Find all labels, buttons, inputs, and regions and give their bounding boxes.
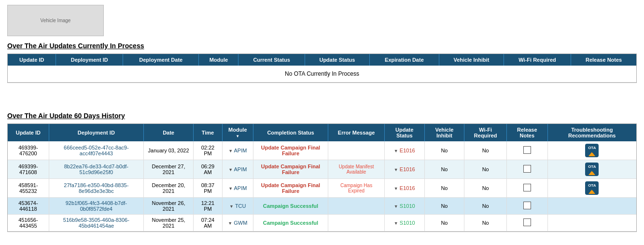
cell-release-notes[interactable] xyxy=(507,141,548,160)
table-row: 469399-476200 666ceed5-052e-47cc-8ac9-ac… xyxy=(8,141,636,160)
cell-wifi-required: No xyxy=(464,141,507,160)
col-current-status: Current Status xyxy=(238,54,305,66)
col-release-notes: Release Notes xyxy=(571,54,636,66)
hist-col-wifi-required: Wi-Fi Required xyxy=(464,124,507,141)
col-expiration-date: Expiration Date xyxy=(369,54,439,66)
cell-completion-status: Campaign Successful xyxy=(253,198,328,215)
hist-col-error-message: Error Message xyxy=(328,124,385,141)
cell-vehicle-inhibit: No xyxy=(424,215,464,231)
cell-date: January 03, 2022 xyxy=(143,141,193,160)
cell-error-message: Update Manifest Available xyxy=(328,160,385,179)
cell-date: November 26, 2021 xyxy=(143,198,193,215)
history-table-wrapper: Update ID Deployment ID Date Time Module… xyxy=(7,123,637,232)
cell-time: 12:21 PM xyxy=(194,198,223,215)
table-row: 451656-443455 516b9e58-3505-460a-8306-45… xyxy=(8,215,636,231)
cell-update-id: 469399-471608 xyxy=(8,160,49,179)
cell-release-notes[interactable] xyxy=(507,198,548,215)
cell-release-notes[interactable] xyxy=(507,179,548,198)
table-row: 453674-446118 92b1f065-4fc3-4408-b7df-0b… xyxy=(8,198,636,215)
cell-time: 08:37 PM xyxy=(194,179,223,198)
cell-wifi-required: No xyxy=(464,179,507,198)
section2-title: Over The Air Update 60 Days History xyxy=(7,112,637,120)
cell-update-status[interactable]: ▼ S1010 xyxy=(384,215,424,231)
cell-vehicle-inhibit: No xyxy=(424,141,464,160)
col-update-status: Update Status xyxy=(305,54,369,66)
history-table: Update ID Deployment ID Date Time Module… xyxy=(8,124,636,231)
hist-col-deployment-id: Deployment ID xyxy=(49,124,143,141)
cell-update-status[interactable]: ▼ S1010 xyxy=(384,198,424,215)
cell-module[interactable]: ▼ APIM xyxy=(222,179,253,198)
cell-module[interactable]: ▼ GWM xyxy=(222,215,253,231)
cell-update-id: 458591-455232 xyxy=(8,179,49,198)
cell-time: 07:24 AM xyxy=(194,215,223,231)
hist-col-module[interactable]: Module ▼ xyxy=(222,124,253,141)
hist-col-date: Date xyxy=(143,124,193,141)
cell-vehicle-inhibit: No xyxy=(424,179,464,198)
current-process-table-wrapper: Update ID Deployment ID Deployment Date … xyxy=(7,54,637,83)
cell-error-message xyxy=(328,215,385,231)
cell-wifi-required: No xyxy=(464,215,507,231)
col-module: Module xyxy=(199,54,238,66)
cell-module[interactable]: ▼ TCU xyxy=(222,198,253,215)
cell-deployment-id[interactable]: 516b9e58-3505-460a-8306-45bd461454ae xyxy=(49,215,143,231)
cell-deployment-id[interactable]: 92b1f065-4fc3-4408-b7df-0b0f8572fde4 xyxy=(49,198,143,215)
cell-module[interactable]: ▼ APIM xyxy=(222,141,253,160)
cell-update-id: 453674-446118 xyxy=(8,198,49,215)
cell-release-notes[interactable] xyxy=(507,160,548,179)
hist-col-time: Time xyxy=(194,124,223,141)
cell-update-status[interactable]: ▼ E1016 xyxy=(384,179,424,198)
checkbox-icon xyxy=(523,202,531,209)
cell-completion-status: Update Campaign Final Failure xyxy=(253,141,328,160)
hist-col-completion-status: Completion Status xyxy=(253,124,328,141)
col-deployment-date: Deployment Date xyxy=(123,54,199,66)
table-row: 469399-471608 8b22ea76-de33-4cd7-b0df-51… xyxy=(8,160,636,179)
cell-deployment-id[interactable]: 27fa7186-e350-40bd-8835-8e96d3e3e3bc xyxy=(49,179,143,198)
col-deployment-id: Deployment ID xyxy=(56,54,123,66)
ota-icon[interactable]: OTA ! xyxy=(585,181,599,195)
cell-module[interactable]: ▼ APIM xyxy=(222,160,253,179)
checkbox-icon xyxy=(523,146,531,154)
cell-vehicle-inhibit: No xyxy=(424,198,464,215)
col-update-id: Update ID xyxy=(8,54,56,66)
col-wifi-required: Wi-Fi Required xyxy=(504,54,571,66)
cell-time: 02:22 PM xyxy=(194,141,223,160)
module-sort-arrow: ▼ xyxy=(236,134,239,138)
hist-col-vehicle-inhibit: Vehicle Inhibit xyxy=(424,124,464,141)
col-vehicle-inhibit: Vehicle Inhibit xyxy=(439,54,504,66)
cell-error-message xyxy=(328,198,385,215)
cell-error-message: Campaign Has Expired xyxy=(328,179,385,198)
cell-completion-status: Update Campaign Final Failure xyxy=(253,160,328,179)
cell-time: 06:29 AM xyxy=(194,160,223,179)
cell-date: December 20, 2021 xyxy=(143,179,193,198)
cell-deployment-id[interactable]: 666ceed5-052e-47cc-8ac9-acc4f07e4443 xyxy=(49,141,143,160)
cell-update-status[interactable]: ▼ E1016 xyxy=(384,160,424,179)
checkbox-icon xyxy=(523,218,531,226)
hist-col-release-notes: Release Notes xyxy=(507,124,548,141)
cell-troubleshooting[interactable] xyxy=(547,198,636,215)
cell-date: November 25, 2021 xyxy=(143,215,193,231)
checkbox-icon xyxy=(523,184,531,191)
section1-title: Over The Air Updates Currently In Proces… xyxy=(7,42,637,50)
cell-update-id: 451656-443455 xyxy=(8,215,49,231)
cell-error-message xyxy=(328,141,385,160)
cell-troubleshooting[interactable]: OTA ! xyxy=(547,141,636,160)
cell-wifi-required: No xyxy=(464,160,507,179)
hist-col-update-status: Update Status xyxy=(384,124,424,141)
current-process-table: Update ID Deployment ID Deployment Date … xyxy=(8,54,636,82)
cell-troubleshooting[interactable]: OTA ! xyxy=(547,160,636,179)
hist-col-update-id: Update ID xyxy=(8,124,49,141)
hist-col-troubleshooting: Troubleshooting Recommendations xyxy=(547,124,636,141)
cell-deployment-id[interactable]: 8b22ea76-de33-4cd7-b0df-51c9d96e25f0 xyxy=(49,160,143,179)
cell-release-notes[interactable] xyxy=(507,215,548,231)
cell-completion-status: Campaign Successful xyxy=(253,215,328,231)
checkbox-icon xyxy=(523,165,531,173)
ota-icon[interactable]: OTA ! xyxy=(585,163,599,176)
cell-troubleshooting[interactable]: OTA ! xyxy=(547,179,636,198)
no-data-row: No OTA Currently In Process xyxy=(8,66,636,82)
ota-icon[interactable]: OTA ! xyxy=(585,144,599,157)
cell-troubleshooting[interactable] xyxy=(547,215,636,231)
cell-vehicle-inhibit: No xyxy=(424,160,464,179)
cell-update-status[interactable]: ▼ E1016 xyxy=(384,141,424,160)
table-row: 458591-455232 27fa7186-e350-40bd-8835-8e… xyxy=(8,179,636,198)
cell-completion-status: Update Campaign Final Failure xyxy=(253,179,328,198)
